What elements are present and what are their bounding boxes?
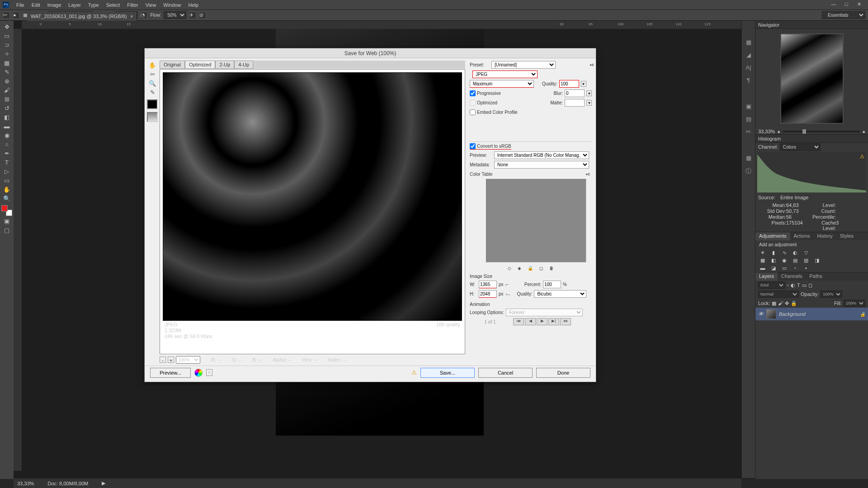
filter-txt-icon[interactable]: T bbox=[797, 282, 800, 288]
filter-img-icon[interactable]: ▫ bbox=[787, 282, 789, 288]
filter-shape-icon[interactable]: ▭ bbox=[802, 282, 807, 288]
menu-type[interactable]: Type bbox=[85, 2, 103, 8]
menu-file[interactable]: File bbox=[13, 2, 28, 8]
status-doc[interactable]: Doc: 8,00M/8,00M bbox=[47, 481, 88, 486]
layer-opacity-select[interactable]: 100% bbox=[821, 291, 842, 298]
resample-select[interactable]: Bicubic bbox=[534, 290, 586, 298]
pressure-opacity-icon[interactable]: ◔ bbox=[140, 12, 147, 19]
zoom-slider[interactable] bbox=[783, 131, 860, 132]
layer-thumbnail[interactable] bbox=[766, 309, 776, 319]
status-zoom[interactable]: 33,33% bbox=[17, 481, 34, 486]
save-button[interactable]: Save... bbox=[420, 368, 475, 378]
airbrush-icon[interactable]: ✈ bbox=[189, 12, 196, 19]
ct-icon-3[interactable]: 🔒 bbox=[528, 266, 533, 271]
menu-filter[interactable]: Filter bbox=[123, 2, 142, 8]
menu-help[interactable]: Help bbox=[184, 2, 202, 8]
tab-optimized[interactable]: Optimized bbox=[185, 61, 216, 69]
crop-tool[interactable]: ▦ bbox=[2, 59, 12, 67]
document-tab[interactable]: WAT_20160613_001.jpg @ 33,3% (RGB/8)× bbox=[27, 12, 137, 21]
adj-bw-icon[interactable]: ◧ bbox=[770, 258, 777, 263]
adj-exposure-icon[interactable]: ◐ bbox=[792, 250, 799, 256]
browser-dropdown-icon[interactable]: ▾ bbox=[206, 369, 212, 376]
history-brush-tool[interactable]: ↺ bbox=[2, 104, 12, 112]
flow-select[interactable]: 50% bbox=[164, 11, 186, 19]
tab-layers[interactable]: Layers bbox=[755, 272, 778, 281]
adj-grad-icon[interactable]: ▭ bbox=[781, 265, 788, 271]
blur-dropdown-icon[interactable]: ▾ bbox=[586, 90, 592, 96]
slice-tool-icon[interactable]: ✂ bbox=[147, 70, 158, 79]
adj-more-icon[interactable]: ▪ bbox=[802, 265, 810, 271]
close-tab-icon[interactable]: × bbox=[130, 14, 133, 19]
color-swatches[interactable] bbox=[1, 205, 12, 216]
preview-profile-select[interactable]: Internet Standard RGB (No Color Manag... bbox=[494, 151, 589, 159]
colortable-menu-icon[interactable]: ▪≡ bbox=[586, 172, 590, 177]
panel-icon-1[interactable]: ▣ bbox=[745, 103, 753, 111]
blur-tool[interactable]: ◉ bbox=[2, 131, 12, 139]
quality-input[interactable] bbox=[559, 80, 579, 88]
histogram-warning-icon[interactable]: ⚠ bbox=[860, 154, 864, 160]
width-input[interactable] bbox=[479, 281, 497, 288]
done-button[interactable]: Done bbox=[536, 368, 590, 378]
anim-last-icon[interactable]: ⏭ bbox=[560, 318, 571, 325]
zoom-in-tri-icon[interactable]: ▴ bbox=[863, 128, 865, 134]
tool-preset-icon[interactable]: ✏ bbox=[3, 12, 10, 19]
panel-icon-2[interactable]: ▤ bbox=[745, 116, 753, 124]
quality-dropdown-icon[interactable]: ▾ bbox=[581, 81, 586, 87]
filter-adj-icon[interactable]: ◐ bbox=[791, 282, 795, 288]
channel-select[interactable]: Colors bbox=[780, 143, 821, 151]
shape-tool[interactable]: ▭ bbox=[2, 176, 12, 184]
move-tool[interactable]: ✥ bbox=[2, 23, 12, 31]
zoom-in-icon[interactable]: + bbox=[168, 357, 174, 363]
adj-levels-icon[interactable]: ▮ bbox=[770, 250, 777, 256]
embed-profile-checkbox[interactable]: Embed Color Profile bbox=[470, 109, 517, 115]
tab-4up[interactable]: 4-Up bbox=[234, 61, 253, 69]
adj-mixer-icon[interactable]: ▤ bbox=[792, 258, 799, 263]
lock-all-icon[interactable]: 🔒 bbox=[791, 300, 797, 306]
adj-select-icon[interactable]: ▫ bbox=[792, 265, 799, 271]
menu-view[interactable]: View bbox=[142, 2, 160, 8]
color-swatch-black[interactable] bbox=[147, 99, 158, 109]
swatches-icon[interactable]: ▦ bbox=[745, 39, 753, 47]
tab-actions[interactable]: Actions bbox=[790, 232, 814, 240]
blend-select[interactable]: Normal bbox=[758, 291, 799, 298]
tab-history[interactable]: History bbox=[814, 232, 836, 240]
adj-brightness-icon[interactable]: ☀ bbox=[759, 250, 766, 256]
ct-icon-1[interactable]: ◇ bbox=[508, 266, 511, 271]
eyedropper-tool[interactable]: ✎ bbox=[2, 68, 12, 76]
panel-icon-3[interactable]: ✂ bbox=[745, 128, 753, 136]
menu-window[interactable]: Window bbox=[160, 2, 184, 8]
menu-layer[interactable]: Layer bbox=[65, 2, 85, 8]
close-button[interactable]: ✕ bbox=[853, 1, 865, 9]
stamp-tool[interactable]: ⊞ bbox=[2, 95, 12, 103]
adj-lookup-icon[interactable]: ▥ bbox=[802, 258, 810, 263]
info-icon[interactable]: ⓘ bbox=[745, 167, 753, 175]
tab-2up[interactable]: 2-Up bbox=[215, 61, 234, 69]
tab-channels[interactable]: Channels bbox=[778, 272, 806, 281]
menu-select[interactable]: Select bbox=[103, 2, 124, 8]
progressive-checkbox[interactable]: Progressive bbox=[470, 90, 501, 96]
navigator-thumbnail[interactable] bbox=[780, 33, 844, 124]
ct-icon-5[interactable]: 🗑 bbox=[549, 266, 554, 271]
zoom-select[interactable]: 100% bbox=[176, 356, 200, 364]
dodge-tool[interactable]: ○ bbox=[2, 140, 12, 148]
fill-select[interactable]: 100% bbox=[844, 300, 865, 307]
matte-dropdown-icon[interactable]: ▾ bbox=[586, 100, 592, 106]
browser-preview-icon[interactable] bbox=[194, 369, 203, 377]
brush-picker-icon[interactable]: ● bbox=[13, 12, 20, 19]
tab-adjustments[interactable]: Adjustments bbox=[755, 232, 790, 240]
toggle-slices-icon[interactable] bbox=[147, 112, 158, 122]
eraser-tool[interactable]: ◧ bbox=[2, 113, 12, 121]
hand-tool[interactable]: ✋ bbox=[2, 185, 12, 193]
layer-kind-select[interactable]: Kind bbox=[758, 282, 785, 289]
filter-smart-icon[interactable]: ◻ bbox=[808, 282, 812, 288]
adj-photo-icon[interactable]: ◉ bbox=[781, 258, 788, 263]
tab-styles[interactable]: Styles bbox=[836, 232, 857, 240]
menu-image[interactable]: Image bbox=[44, 2, 65, 8]
hand-tool-icon[interactable]: ✋ bbox=[147, 61, 158, 70]
maximize-button[interactable]: □ bbox=[840, 1, 853, 9]
path-tool[interactable]: ▷ bbox=[2, 167, 12, 175]
minimize-button[interactable]: — bbox=[827, 1, 840, 9]
type-tool[interactable]: T bbox=[2, 158, 12, 166]
quality-profile-select[interactable]: Maximum bbox=[470, 80, 534, 88]
zoom-out-tri-icon[interactable]: ▴ bbox=[778, 128, 780, 134]
